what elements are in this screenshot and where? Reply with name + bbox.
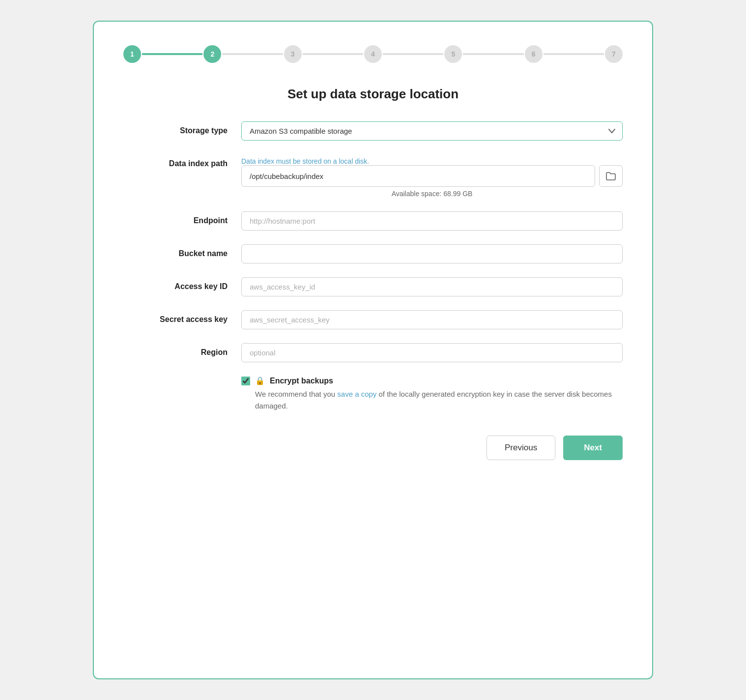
- step-circle-2: 2: [203, 45, 221, 63]
- endpoint-row: Endpoint: [123, 211, 623, 231]
- available-space: Available space: 68.99 GB: [241, 190, 623, 198]
- region-control: [241, 343, 623, 362]
- step-line-1-2: [142, 53, 202, 55]
- step-2: 2: [203, 45, 221, 63]
- step-5: 5: [444, 45, 462, 63]
- region-row: Region: [123, 343, 623, 362]
- endpoint-control: [241, 211, 623, 231]
- storage-type-select[interactable]: Amazon S3 compatible storageLocal diskGo…: [241, 121, 623, 141]
- next-button[interactable]: Next: [563, 436, 623, 460]
- data-index-path-control: Data index must be stored on a local dis…: [241, 154, 623, 198]
- data-index-path-label: Data index path: [123, 154, 241, 168]
- step-circle-7: 7: [605, 45, 623, 63]
- region-input[interactable]: [241, 343, 623, 362]
- step-circle-6: 6: [525, 45, 543, 63]
- bucket-name-control: [241, 244, 623, 263]
- step-line-5-6: [463, 53, 523, 55]
- folder-icon: [605, 172, 616, 180]
- encrypt-desc-before: We recommend that you: [255, 390, 337, 398]
- storage-type-row: Storage type Amazon S3 compatible storag…: [123, 121, 623, 141]
- browse-button[interactable]: [599, 165, 623, 187]
- bucket-name-input[interactable]: [241, 244, 623, 263]
- progress-track: 1 2 3 4 5 6: [123, 45, 623, 63]
- main-card: 1 2 3 4 5 6: [93, 21, 653, 679]
- step-1: 1: [123, 45, 141, 63]
- data-index-path-input[interactable]: [241, 165, 595, 187]
- step-circle-1: 1: [123, 45, 141, 63]
- secret-access-key-input[interactable]: [241, 310, 623, 329]
- progress-bar: 1 2 3 4 5 6: [123, 45, 623, 63]
- access-key-id-label: Access key ID: [123, 277, 241, 291]
- secret-access-key-label: Secret access key: [123, 310, 241, 324]
- data-index-input-row: [241, 165, 623, 187]
- page-title: Set up data storage location: [123, 87, 623, 102]
- footer-buttons: Previous Next: [123, 436, 623, 460]
- storage-type-control: Amazon S3 compatible storageLocal diskGo…: [241, 121, 623, 141]
- previous-button[interactable]: Previous: [487, 436, 555, 460]
- step-6: 6: [525, 45, 543, 63]
- step-line-4-5: [383, 53, 443, 55]
- secret-access-key-control: [241, 310, 623, 329]
- step-4: 4: [364, 45, 382, 63]
- step-line-6-7: [544, 53, 604, 55]
- region-label: Region: [123, 343, 241, 357]
- step-7: 7: [605, 45, 623, 63]
- data-index-path-row: Data index path Data index must be store…: [123, 154, 623, 198]
- access-key-id-input[interactable]: [241, 277, 623, 296]
- step-circle-3: 3: [284, 45, 302, 63]
- step-line-2-3: [222, 53, 283, 55]
- access-key-id-control: [241, 277, 623, 296]
- data-index-info[interactable]: Data index must be stored on a local dis…: [241, 157, 623, 165]
- encrypt-label-row: 🔒 Encrypt backups: [241, 376, 623, 385]
- endpoint-input[interactable]: [241, 211, 623, 231]
- lock-icon: 🔒: [255, 376, 265, 385]
- bucket-name-row: Bucket name: [123, 244, 623, 263]
- step-circle-5: 5: [444, 45, 462, 63]
- encrypt-row: 🔒 Encrypt backups We recommend that you …: [123, 376, 623, 412]
- step-circle-4: 4: [364, 45, 382, 63]
- step-line-3-4: [303, 53, 363, 55]
- encrypt-desc-link[interactable]: save a copy: [337, 390, 376, 398]
- endpoint-label: Endpoint: [123, 211, 241, 225]
- encrypt-checkbox[interactable]: [241, 377, 250, 385]
- access-key-id-row: Access key ID: [123, 277, 623, 296]
- step-3: 3: [284, 45, 302, 63]
- secret-access-key-row: Secret access key: [123, 310, 623, 329]
- bucket-name-label: Bucket name: [123, 244, 241, 258]
- encrypt-label: Encrypt backups: [270, 377, 333, 385]
- storage-type-label: Storage type: [123, 121, 241, 135]
- encrypt-description: We recommend that you save a copy of the…: [255, 388, 623, 412]
- encrypt-wrap: 🔒 Encrypt backups We recommend that you …: [241, 376, 623, 412]
